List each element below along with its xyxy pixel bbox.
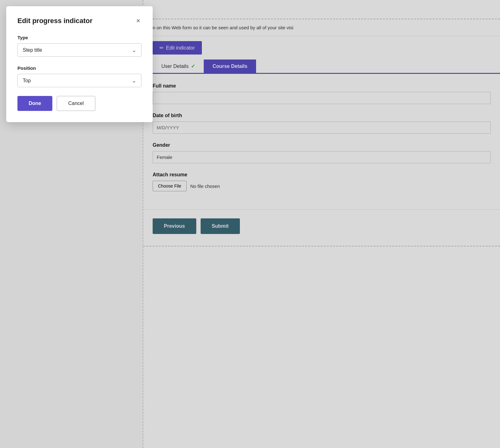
- modal-position-label: Position: [17, 65, 141, 71]
- modal-buttons: Done Cancel: [17, 96, 141, 111]
- type-select-wrapper: Step title Step number Progress bar ⌄: [17, 43, 141, 57]
- position-select[interactable]: Top Bottom Left Right: [17, 74, 141, 87]
- modal-type-field: Type Step title Step number Progress bar…: [17, 35, 141, 57]
- done-button[interactable]: Done: [17, 96, 52, 111]
- done-label: Done: [29, 101, 41, 106]
- modal-title: Edit progress indicator: [17, 17, 93, 25]
- cancel-label: Cancel: [68, 101, 84, 106]
- modal-close-button[interactable]: ×: [135, 16, 141, 26]
- cancel-button[interactable]: Cancel: [57, 96, 95, 111]
- edit-progress-indicator-modal: Edit progress indicator × Type Step titl…: [6, 6, 153, 122]
- modal-header: Edit progress indicator ×: [17, 16, 141, 26]
- modal-type-label: Type: [17, 35, 141, 40]
- modal-overlay: Edit progress indicator × Type Step titl…: [0, 0, 500, 448]
- close-icon: ×: [136, 17, 140, 25]
- type-select[interactable]: Step title Step number Progress bar: [17, 43, 141, 57]
- modal-position-field: Position Top Bottom Left Right ⌄: [17, 65, 141, 87]
- position-select-wrapper: Top Bottom Left Right ⌄: [17, 74, 141, 87]
